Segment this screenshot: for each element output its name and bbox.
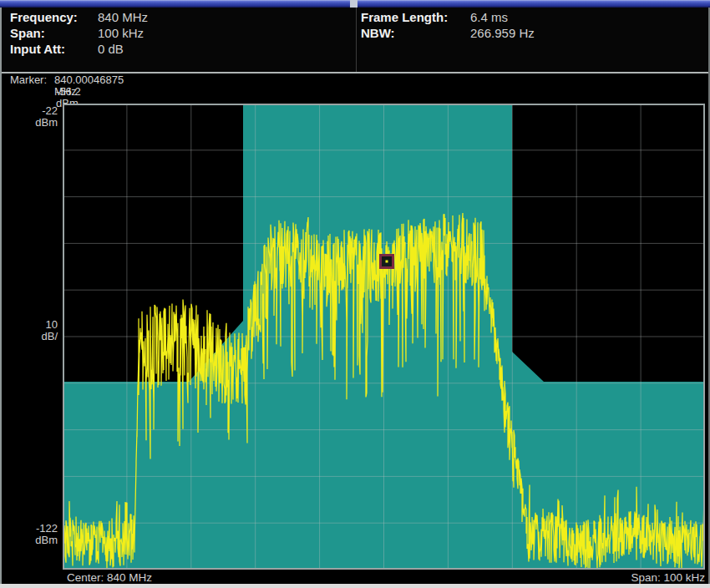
span-label: Span: (10, 26, 45, 40)
span-row: Span: 100 kHz (10, 25, 45, 41)
nbw-row: NBW: 266.959 Hz (361, 25, 395, 41)
y-axis-top-value: -22 (0, 105, 58, 117)
frame-length-label: Frame Length: (361, 10, 448, 24)
frame-length-row: Frame Length: 6.4 ms (361, 9, 448, 25)
nbw-label: NBW: (361, 26, 395, 40)
y-axis-bottom-unit: dBm (0, 535, 58, 546)
frame-length-value: 6.4 ms (470, 9, 508, 25)
spectrum-plot (63, 104, 705, 570)
y-axis-top-unit: dBm (0, 117, 58, 129)
y-axis-scale-label: 10 dB/ (0, 319, 58, 342)
frequency-label: Frequency: (10, 10, 78, 24)
marker-readout: Marker: 840.00046875 MHz -56.2 dBm (10, 74, 47, 86)
header-divider (356, 8, 357, 73)
frequency-row: Frequency: 840 MHz (10, 9, 78, 25)
titlebar-panel-gap (350, 0, 358, 8)
y-axis-scale-value: 10 (0, 319, 58, 331)
header-panel: Frequency: 840 MHz Span: 100 kHz Input A… (0, 8, 710, 73)
span-footer-label: Span: 100 kHz (631, 571, 705, 584)
y-axis-bottom-value: -122 (0, 523, 58, 535)
input-att-row: Input Att: 0 dB (10, 41, 65, 57)
y-axis-scale-unit: dB/ (0, 331, 58, 342)
screen-left-border (0, 8, 2, 588)
marker-readout-label: Marker: (10, 74, 47, 86)
y-axis-top-label: -22 dBm (0, 105, 58, 129)
nbw-value: 266.959 Hz (470, 25, 535, 41)
center-frequency-label: Center: 840 MHz (67, 571, 152, 584)
analyzer-screen: Frequency: 840 MHz Span: 100 kHz Input A… (0, 0, 710, 588)
bottom-border-strip (0, 584, 710, 588)
frequency-value: 840 MHz (98, 9, 148, 25)
input-att-label: Input Att: (10, 42, 65, 56)
y-axis-bottom-label: -122 dBm (0, 523, 58, 546)
marker-1-center-dot (386, 261, 388, 263)
input-att-value: 0 dB (98, 41, 124, 57)
span-value: 100 kHz (98, 25, 144, 41)
